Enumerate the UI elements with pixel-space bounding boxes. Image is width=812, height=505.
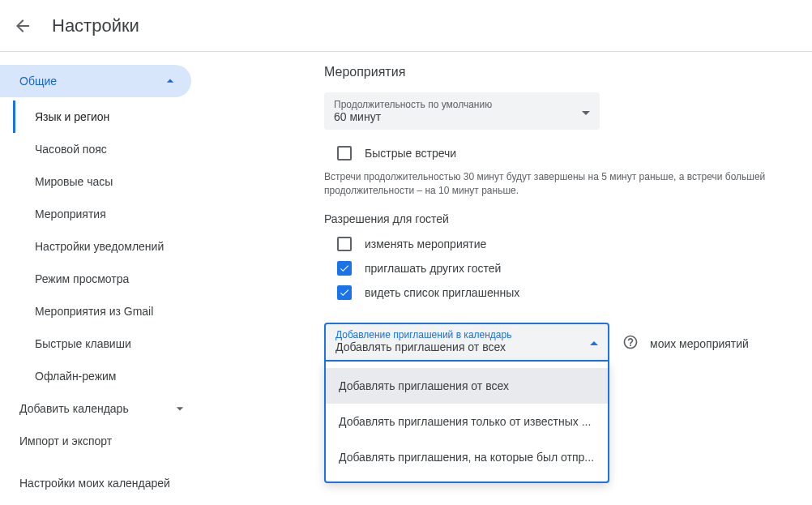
select-label: Продолжительность по умолчанию bbox=[334, 99, 492, 110]
dropdown-menu: Добавлять приглашения от всех Добавлять … bbox=[324, 362, 609, 483]
perm-see-label: видеть список приглашенных bbox=[365, 286, 519, 299]
dropdown-option[interactable]: Добавлять приглашения от всех bbox=[326, 368, 608, 404]
sidebar-item-offline[interactable]: Офлайн-режим bbox=[13, 360, 211, 392]
sidebar-section-my-calendars: Настройки моих календарей bbox=[0, 457, 211, 496]
perm-modify-checkbox[interactable] bbox=[337, 237, 352, 251]
content: Мероприятия Продолжительность по умолчан… bbox=[211, 52, 812, 505]
sidebar-group-general[interactable]: Общие bbox=[0, 65, 191, 97]
sidebar-item-gmailevents[interactable]: Мероприятия из Gmail bbox=[13, 295, 211, 327]
speedy-meetings-checkbox[interactable] bbox=[337, 146, 352, 160]
dropdown-label: Добавление приглашений в календарь bbox=[335, 329, 511, 340]
sidebar-item-worldclock[interactable]: Мировые часы bbox=[13, 165, 211, 198]
sidebar: Общие Язык и регион Часовой пояс Мировые… bbox=[0, 52, 211, 505]
dropdown-arrow-icon bbox=[582, 105, 590, 118]
sidebar-item-language[interactable]: Язык и регион bbox=[13, 101, 211, 133]
perm-invite-checkbox[interactable] bbox=[337, 261, 352, 276]
chevron-up-icon bbox=[162, 73, 178, 89]
section-title-events: Мероприятия bbox=[324, 65, 812, 79]
perm-see-checkbox[interactable] bbox=[337, 285, 352, 300]
speedy-meetings-help: Встречи продолжительностью 30 минут буду… bbox=[324, 170, 778, 198]
sidebar-item-shortcuts[interactable]: Быстрые клавиши bbox=[13, 327, 211, 360]
sidebar-item-timezone[interactable]: Часовой пояс bbox=[13, 133, 211, 165]
perm-modify-label: изменять мероприятие bbox=[365, 238, 486, 250]
sidebar-group-label: Общие bbox=[19, 75, 57, 88]
speedy-meetings-label: Быстрые встречи bbox=[365, 147, 456, 160]
select-value: 60 минут bbox=[334, 110, 492, 123]
page-title: Настройки bbox=[52, 15, 139, 36]
dropdown-option[interactable]: Добавлять приглашения только от известны… bbox=[326, 404, 608, 439]
perm-invite-label: приглашать других гостей bbox=[365, 262, 501, 275]
sidebar-item-notifications[interactable]: Настройки уведомлений bbox=[13, 230, 211, 263]
sidebar-item-add-calendar[interactable]: Добавить календарь bbox=[0, 392, 211, 425]
header: Настройки bbox=[0, 0, 812, 52]
dropdown-value: Добавлять приглашения от всех bbox=[335, 340, 511, 353]
sidebar-item-import-export[interactable]: Импорт и экспорт bbox=[0, 425, 211, 457]
dropdown-arrow-up-icon bbox=[590, 335, 598, 348]
sidebar-item-events[interactable]: Мероприятия bbox=[13, 198, 211, 230]
back-arrow-icon[interactable] bbox=[13, 16, 32, 36]
default-duration-select[interactable]: Продолжительность по умолчанию 60 минут bbox=[324, 92, 600, 130]
dropdown-option[interactable]: Добавлять приглашения, на которые был от… bbox=[326, 439, 608, 475]
dropdown-trigger[interactable]: Добавление приглашений в календарь Добав… bbox=[324, 323, 609, 362]
add-invitations-dropdown[interactable]: Добавление приглашений в календарь Добав… bbox=[324, 323, 609, 362]
trailing-text: моих мероприятий bbox=[650, 337, 749, 350]
sidebar-item-viewmode[interactable]: Режим просмотра bbox=[13, 263, 211, 295]
guest-permissions-heading: Разрешения для гостей bbox=[324, 212, 812, 225]
chevron-down-icon bbox=[172, 400, 188, 417]
help-icon[interactable] bbox=[622, 334, 639, 350]
